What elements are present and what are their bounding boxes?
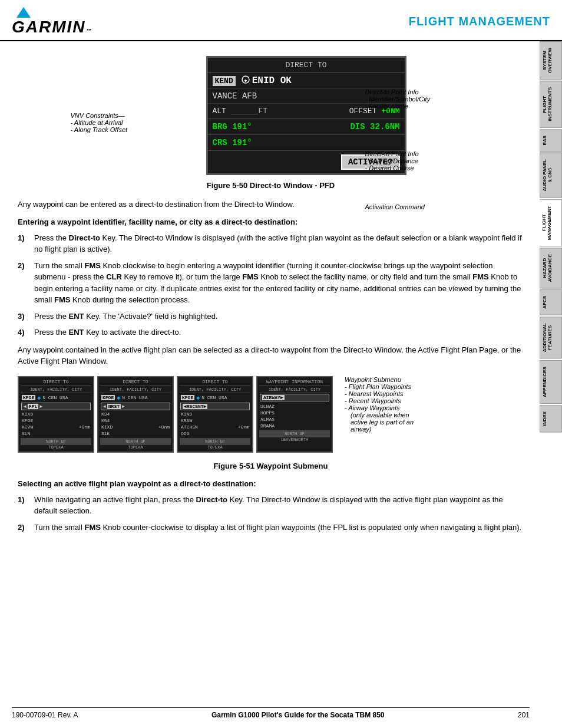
mini-screen2-title: DIRECT TO <box>100 379 171 386</box>
section1-heading: Entering a waypoint identifier, facility… <box>18 218 524 226</box>
mini-screen1-wp: KFOE ◆ N CEN USA <box>21 394 91 402</box>
mini-screen2-submenu: ◄ NRST ► <box>101 403 170 410</box>
mini-screen4-loc: LEAVENWORTH <box>259 437 330 442</box>
callout-rb-line1: - Bearing/Distance <box>365 157 480 164</box>
submenu-callout-line2: - Nearest Waypoints <box>345 390 414 397</box>
callout-rt-line1: - Identifier/Symbol/City <box>365 95 480 103</box>
sidebar-tab-afcs[interactable]: AFCS <box>540 289 562 315</box>
mini-screen3-header: IDENT, FACILITY, CITY <box>180 387 250 393</box>
mini-screen2-wp: KFOE ◆ N CEN USA <box>100 394 171 402</box>
steps-list-1: 1) Press the Direct-to Key. The Direct-t… <box>18 232 524 338</box>
sidebar-tab-eas[interactable]: EAS <box>540 129 562 151</box>
callout-vnv-title: VNV Constraints— <box>71 112 125 119</box>
callout-vnv-line1: - Altitude at Arrival <box>71 119 123 126</box>
mini-screen3-submenu: ◄RECENT► <box>180 403 250 410</box>
step1-4: 4) Press the ENT Key to activate the dir… <box>18 327 524 338</box>
mini-screen4-submenu: AIRWAY► <box>260 394 329 401</box>
mini-screen-fpl: DIRECT TO IDENT, FACILITY, CITY KFOE ◆ N… <box>18 376 94 453</box>
page-title: FLIGHT MANAGEMENT <box>409 15 550 28</box>
mini-item: DRAMA <box>259 423 330 429</box>
callout-vnv-constraints: VNV Constraints— - Altitude at Arrival -… <box>71 112 147 133</box>
mini-screen1-submenu: ◄ FPL ► <box>21 403 91 410</box>
mini-item: ULNAZ <box>259 403 330 410</box>
mini-screen4-title: WAYPOINT INFORMATION <box>259 379 330 386</box>
mini-item: KRAW <box>180 417 250 424</box>
mini-screen-airway: WAYPOINT INFORMATION IDENT, FACILITY, CI… <box>256 376 333 453</box>
submenu-figure: DIRECT TO IDENT, FACILITY, CITY KFOE ◆ N… <box>12 376 530 453</box>
alt-label: ALT ______FT <box>213 107 268 116</box>
footer-left: 190-00709-01 Rev. A <box>12 711 78 719</box>
callout-right-bottom: Direct-to Point Info - Bearing/Distance … <box>365 150 480 172</box>
submenu-callout-line5: (only available when <box>345 411 414 419</box>
mini-screen2-north: NORTH UP <box>100 438 171 445</box>
mini-item: KFOE <box>21 417 91 424</box>
sidebar-tab-flight-instruments[interactable]: FLIGHTINSTRUMENTS <box>540 81 562 128</box>
page-header: GARMIN ™ FLIGHT MANAGEMENT <box>0 0 562 41</box>
mini-screen3-title: DIRECT TO <box>180 379 250 386</box>
submenu-callout-line3: - Recent Waypoints <box>345 397 414 404</box>
mini-screen2-header: IDENT, FACILITY, CITY <box>100 387 171 393</box>
crs-row: CRS 191° <box>208 135 405 151</box>
submenu-callout-line4: - Airway Waypoints <box>345 404 414 411</box>
callout-rt-line2: - Facility Name <box>365 103 480 110</box>
step1-3: 3) Press the ENT Key. The 'Activate?' fi… <box>18 311 524 322</box>
step1-3-text: Press the ENT Key. The 'Activate?' field… <box>34 311 218 322</box>
mini-screen1-topeka: TOPEKA <box>21 445 91 450</box>
svg-text:◆: ◆ <box>244 78 247 83</box>
right-sidebar: SYSTEMOVERVIEW FLIGHTINSTRUMENTS EAS AUD… <box>540 41 562 432</box>
garmin-logo: GARMIN ™ <box>12 7 92 35</box>
callout-vnv-line2: - Along Track Offset <box>71 126 128 133</box>
brg-dis-row: BRG 191° DIS 32.6NM <box>208 119 405 135</box>
mini-screen-nrst: DIRECT TO IDENT, FACILITY, CITY KFOE ◆ N… <box>97 376 174 453</box>
figure2-caption: Figure 5-51 Waypoint Submenu <box>12 462 530 470</box>
garmin-triangle-icon <box>16 7 31 18</box>
mini-screen1-header: IDENT, FACILITY, CITY <box>21 387 91 393</box>
submenu-callout-title: Waypoint Submenu <box>345 376 414 383</box>
page-footer: 190-00709-01 Rev. A Garmin G1000 Pilot's… <box>12 707 530 719</box>
screen-row-waypoint: KEND ◆ ENID OK <box>208 73 405 89</box>
step2-1-text: While navigating an active flight plan, … <box>34 494 524 517</box>
step-num: 4) <box>18 327 29 338</box>
step1-1: 1) Press the Direct-to Key. The Direct-t… <box>18 232 524 255</box>
step1-1-text: Press the Direct-to Key. The Direct-to W… <box>34 232 524 255</box>
step1-2-text: Turn the small FMS Knob clockwise to beg… <box>34 260 524 306</box>
callout-ra-title: Activation Command <box>365 203 480 210</box>
mini-screen4-north: NORTH UP <box>259 430 330 437</box>
mini-item: S1K <box>100 430 171 437</box>
sidebar-tab-index[interactable]: INDEX <box>540 405 562 432</box>
waypoint-id: KEND <box>213 76 236 86</box>
sidebar-tab-hazard-avoidance[interactable]: HAZARDAVOIDANCE <box>540 248 562 288</box>
submenu-callout-line1: - Flight Plan Waypoints <box>345 383 414 390</box>
callout-rb-title: Direct-to Point Info <box>365 150 480 157</box>
screen-title: DIRECT TO <box>208 58 405 73</box>
sidebar-tab-appendices[interactable]: APPENDICES <box>540 360 562 404</box>
step2-2: 2) Turn the small FMS Knob counter-clock… <box>18 522 524 533</box>
callout-rt-title: Direct-to Point Info <box>365 88 480 95</box>
step-num: 1) <box>18 232 29 255</box>
mini-screen2-topeka: TOPEKA <box>100 445 171 450</box>
garmin-wordmark: GARMIN <box>12 19 86 35</box>
steps-list-2: 1) While navigating an active flight pla… <box>18 494 524 533</box>
mini-item: KIXD <box>21 411 91 417</box>
trademark: ™ <box>87 28 92 34</box>
mini-screen-recent: DIRECT TO IDENT, FACILITY, CITY KFOE ◆ N… <box>177 376 253 453</box>
waypoint-name: ENID OK <box>252 75 292 86</box>
mini-item: ODG <box>180 430 250 437</box>
sidebar-tab-system-overview[interactable]: SYSTEMOVERVIEW <box>540 41 562 80</box>
step-num: 1) <box>18 494 29 517</box>
sidebar-tab-additional-features[interactable]: ADDITIONALFEATURES <box>540 317 562 358</box>
mini-item: K54 <box>100 417 171 424</box>
figure1-caption: Figure 5-50 Direct-to Window - PFD <box>12 181 530 190</box>
mini-screen3-wp: KFOE ◆ N CEN USA <box>180 394 250 402</box>
main-content: VNV Constraints— - Altitude at Arrival -… <box>0 41 562 548</box>
step2-1: 1) While navigating an active flight pla… <box>18 494 524 517</box>
callout-right-activate: Activation Command <box>365 203 480 210</box>
mini-screen3-topeka: TOPEKA <box>180 445 250 450</box>
brg-value: BRG 191° <box>213 122 252 131</box>
sidebar-tab-flight-management[interactable]: FLIGHTMANAGEMENT <box>540 199 562 246</box>
step-num: 2) <box>18 260 29 306</box>
dis-value: DIS 32.6NM <box>350 122 399 131</box>
mini-screen1-title: DIRECT TO <box>21 379 91 386</box>
sidebar-tab-audio-panel[interactable]: AUDIO PANEL& CNS <box>540 153 562 198</box>
footer-center: Garmin G1000 Pilot's Guide for the Socat… <box>211 711 385 719</box>
